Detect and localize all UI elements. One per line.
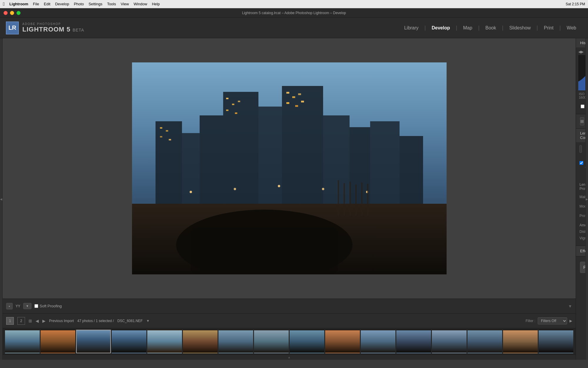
nav-library[interactable]: Library (398, 24, 425, 32)
previous-button[interactable]: Previous (580, 262, 585, 273)
view-mode-button[interactable]: ▪ (6, 303, 13, 309)
left-panel-toggle[interactable]: ◀ (0, 38, 3, 360)
filmstrip-thumb-1[interactable] (5, 330, 40, 353)
filmstrip-thumb-6[interactable] (183, 330, 218, 353)
distortion-row: Distortion 100 (579, 230, 582, 234)
lens-corrections-section: Lens Corrections ▼ Basic Profile Color M… (576, 129, 585, 246)
menu-develop[interactable]: Develop (55, 2, 69, 6)
filmstrip-thumb-3[interactable] (76, 330, 111, 353)
photo-image (132, 62, 447, 274)
hist-right-arrow[interactable]: ▶ (581, 50, 584, 54)
svg-rect-22 (292, 96, 295, 98)
titlebar: Lightroom 5 catalog.lrcat – Adobe Photos… (0, 8, 588, 18)
svg-rect-12 (160, 127, 162, 129)
filmstrip-thumb-12[interactable] (396, 330, 431, 353)
filmstrip-thumb-7[interactable] (218, 330, 253, 353)
model-row: Model None (579, 203, 582, 210)
filmstrip-filename[interactable]: DSC_6081.NEF (117, 319, 143, 323)
nav-book[interactable]: Book (480, 24, 502, 32)
filmstrip-page-2[interactable]: 2 (17, 317, 25, 325)
filmstrip-thumb-15[interactable] (503, 330, 538, 353)
filmstrip-photos (3, 328, 576, 354)
svg-rect-5 (223, 92, 258, 204)
svg-rect-17 (232, 104, 234, 105)
maximize-button[interactable] (16, 11, 21, 15)
menu-settings[interactable]: Settings (88, 2, 102, 6)
filmstrip-thumb-13[interactable] (432, 330, 467, 353)
vignetting-label: Vignetting (579, 236, 585, 240)
effects-title: Effects (580, 249, 585, 253)
close-button[interactable] (4, 11, 8, 15)
menu-tools[interactable]: Tools (107, 2, 116, 6)
menu-edit[interactable]: Edit (44, 2, 50, 6)
enable-profile-checkbox[interactable] (579, 161, 583, 165)
filmstrip-page-1[interactable]: 1 (6, 317, 14, 325)
histogram-meta: ISO 1600 17 mm f/2.8 1/50 sec (578, 90, 583, 101)
filename-dropdown[interactable]: ▼ (146, 319, 150, 323)
svg-rect-25 (295, 105, 298, 107)
soft-proofing-label[interactable]: Soft Proofing (34, 304, 62, 308)
filmstrip-thumb-9[interactable] (290, 330, 324, 353)
nav-web[interactable]: Web (561, 24, 582, 32)
svg-point-30 (322, 188, 324, 190)
filmstrip-thumb-5[interactable] (147, 330, 182, 353)
right-panel: Histogram ▼ ◀ ▶ (576, 38, 585, 360)
center-area: ▪ YY ▼ Soft Proofing ▼ 1 2 ⊞ ◀ ▶ Previou… (3, 38, 576, 360)
menu-file[interactable]: File (33, 2, 39, 6)
expand-icon[interactable]: ▼ (568, 304, 572, 309)
histogram-header[interactable]: Histogram ▼ (576, 38, 585, 47)
menu-window[interactable]: Window (133, 2, 147, 6)
filter-collapse[interactable]: ▶ (569, 319, 572, 323)
filter-area: Filter : Filters Off ▶ (526, 317, 572, 324)
lens-corrections-body: Basic Profile Color Manual Enable Profil… (576, 142, 585, 246)
apple-menu[interactable]:  (3, 1, 5, 7)
nav-slideshow[interactable]: Slideshow (503, 24, 537, 32)
effects-bar[interactable]: Effects ▼ (576, 246, 585, 256)
vignetting-row: Vignetting 100 (579, 236, 582, 240)
original-photo-checkbox[interactable] (581, 105, 584, 108)
filmstrip-thumb-14[interactable] (467, 330, 502, 353)
traffic-lights (4, 11, 21, 15)
lens-tab-basic[interactable]: Basic (580, 145, 582, 152)
svg-rect-39 (367, 184, 368, 216)
filmstrip-thumb-11[interactable] (361, 330, 395, 353)
photo-wrapper (132, 62, 447, 274)
filmstrip-thumb-16[interactable] (539, 330, 573, 353)
hist-left-arrow[interactable]: ◀ (578, 50, 581, 54)
profile-row: Profile None (579, 212, 582, 220)
yy-label: YY (16, 304, 20, 308)
bottom-handle[interactable]: ▲ (3, 354, 576, 360)
filmstrip-next-nav[interactable]: ▶ (42, 319, 46, 323)
menu-photo[interactable]: Photo (74, 2, 84, 6)
soft-proofing-checkbox[interactable] (34, 304, 38, 308)
minimize-button[interactable] (10, 11, 14, 15)
app-subtitle: ADOBE PHOTOSHOP (22, 22, 84, 26)
profile-label: Profile (579, 214, 585, 218)
menu-help[interactable]: Help (152, 2, 160, 6)
menu-lightroom[interactable]: Lightroom (9, 2, 28, 6)
amount-header: Amount (579, 223, 582, 227)
svg-rect-21 (286, 92, 289, 94)
yy-dropdown[interactable]: ▼ (23, 303, 31, 309)
right-panel-toggle[interactable]: ▶ (585, 38, 588, 360)
lens-profile-section: Lens Profile Make None Model None (579, 183, 582, 220)
svg-rect-33 (191, 227, 338, 274)
photo-canvas (3, 38, 576, 299)
menu-view[interactable]: View (121, 2, 129, 6)
filmstrip-grid-icon[interactable]: ⊞ (29, 319, 32, 323)
filmstrip-thumb-2[interactable] (41, 330, 75, 353)
nav-map[interactable]: Map (457, 24, 478, 32)
nav-develop[interactable]: Develop (426, 24, 456, 32)
filmstrip-thumb-10[interactable] (325, 330, 360, 353)
filmstrip-thumb-8[interactable] (254, 330, 289, 353)
svg-rect-8 (323, 115, 350, 204)
filmstrip-thumb-4[interactable] (112, 330, 146, 353)
lens-corrections-header[interactable]: Lens Corrections ▼ (576, 129, 585, 142)
filmstrip-prev-nav[interactable]: ◀ (36, 319, 39, 323)
nav-print[interactable]: Print (538, 24, 559, 32)
svg-rect-14 (160, 136, 162, 137)
make-label: Make (579, 195, 585, 199)
histogram-section: Histogram ▼ ◀ ▶ (576, 38, 585, 114)
filter-select[interactable]: Filters Off (538, 317, 567, 324)
tool-crop[interactable]: ⊞ (580, 117, 584, 125)
